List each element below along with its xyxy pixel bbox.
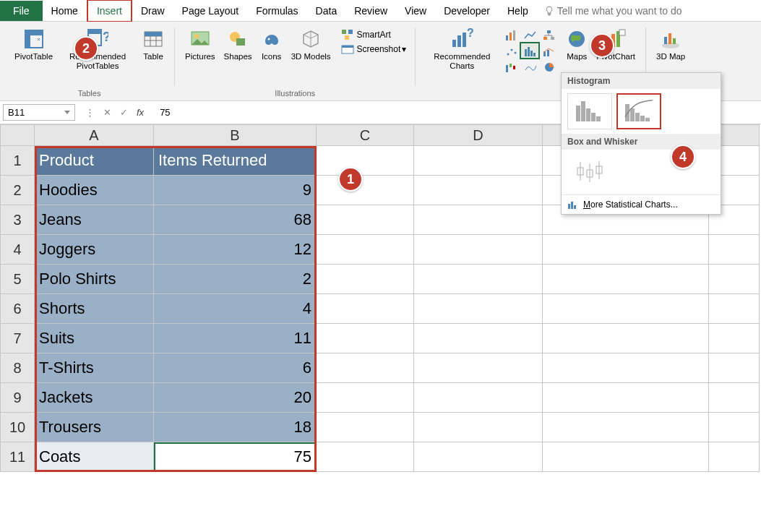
col-header-c[interactable]: C (317, 124, 414, 146)
waterfall-chart-button[interactable] (502, 59, 521, 75)
box-whisker-option[interactable] (567, 154, 612, 190)
line-chart-button[interactable] (521, 27, 540, 43)
cell-a5[interactable]: Polo Shirts (35, 265, 154, 294)
cell-a10[interactable]: Trousers (35, 413, 154, 442)
cell-c6[interactable] (317, 294, 414, 324)
cell-b2[interactable]: 9 (154, 176, 317, 205)
cell-f11[interactable] (709, 442, 760, 472)
column-chart-button[interactable] (502, 27, 521, 43)
cell-a11[interactable]: Coats (35, 442, 154, 472)
cell-b1[interactable]: Items Returned (154, 146, 317, 176)
cell-f7[interactable] (709, 324, 760, 353)
cell-c11[interactable] (317, 442, 414, 472)
cell-f8[interactable] (709, 353, 760, 383)
hierarchy-chart-button[interactable] (540, 27, 559, 43)
tab-page-layout[interactable]: Page Layout (173, 1, 248, 21)
tab-draw[interactable]: Draw (132, 1, 173, 21)
cell-d7[interactable] (414, 324, 543, 353)
cell-b6[interactable]: 4 (154, 294, 317, 324)
tab-review[interactable]: Review (345, 1, 396, 21)
cell-e5[interactable] (543, 265, 709, 294)
pictures-button[interactable]: Pictures (181, 25, 220, 63)
row-header-7[interactable]: 7 (0, 324, 35, 353)
row-header-11[interactable]: 11 (0, 442, 35, 472)
scatter-chart-button[interactable] (502, 43, 521, 59)
cell-d1[interactable] (414, 146, 543, 176)
cell-e8[interactable] (543, 353, 709, 383)
cell-d5[interactable] (414, 265, 543, 294)
screenshot-button[interactable]: Screenshot ▾ (338, 42, 410, 56)
cell-b4[interactable]: 12 (154, 235, 317, 265)
tab-insert[interactable]: Insert (87, 0, 132, 22)
cell-c1[interactable] (317, 146, 414, 176)
maps-button[interactable]: Maps (562, 25, 592, 63)
cell-d8[interactable] (414, 353, 543, 383)
cell-e9[interactable] (543, 383, 709, 413)
smartart-button[interactable]: SmartArt (338, 27, 410, 42)
name-box[interactable]: B11 (3, 104, 75, 121)
cell-e4[interactable] (543, 235, 709, 265)
surface-chart-button[interactable] (521, 59, 540, 75)
cell-c3[interactable] (317, 205, 414, 235)
cell-f10[interactable] (709, 413, 760, 442)
3d-models-button[interactable]: 3D Models (287, 25, 335, 63)
tab-developer[interactable]: Developer (435, 1, 499, 21)
cell-a1[interactable]: Product (35, 146, 154, 176)
cell-c9[interactable] (317, 383, 414, 413)
formula-vdots-icon[interactable]: ⋮ (85, 107, 95, 118)
cell-a6[interactable]: Shorts (35, 294, 154, 324)
cell-b10[interactable]: 18 (154, 413, 317, 442)
icons-button[interactable]: Icons (257, 25, 287, 63)
fx-icon[interactable]: fx (137, 107, 144, 118)
tab-formulas[interactable]: Formulas (247, 1, 306, 21)
tab-file[interactable]: File (0, 1, 43, 21)
cell-e11[interactable] (543, 442, 709, 472)
row-header-4[interactable]: 4 (0, 235, 35, 265)
cell-a2[interactable]: Hoodies (35, 176, 154, 205)
cell-f4[interactable] (709, 235, 760, 265)
row-header-9[interactable]: 9 (0, 383, 35, 413)
row-header-10[interactable]: 10 (0, 413, 35, 442)
cell-b3[interactable]: 68 (154, 205, 317, 235)
col-header-a[interactable]: A (35, 124, 154, 146)
tell-me[interactable]: Tell me what you want to do (544, 5, 682, 17)
cell-d2[interactable] (414, 176, 543, 205)
combo-chart-button[interactable] (540, 43, 559, 59)
cell-e6[interactable] (543, 294, 709, 324)
cell-d4[interactable] (414, 235, 543, 265)
row-header-2[interactable]: 2 (0, 176, 35, 205)
cell-c8[interactable] (317, 353, 414, 383)
histogram-option[interactable] (567, 93, 612, 129)
more-statistical-charts[interactable]: MMore Statistical Charts...ore Statistic… (562, 194, 721, 214)
row-header-6[interactable]: 6 (0, 294, 35, 324)
row-header-3[interactable]: 3 (0, 205, 35, 235)
recommended-charts-button[interactable]: ? Recommended Charts (421, 25, 502, 72)
cell-c7[interactable] (317, 324, 414, 353)
row-header-8[interactable]: 8 (0, 353, 35, 383)
cell-b8[interactable]: 6 (154, 353, 317, 383)
tab-data[interactable]: Data (307, 1, 346, 21)
cell-a4[interactable]: Joggers (35, 235, 154, 265)
cell-d3[interactable] (414, 205, 543, 235)
tab-help[interactable]: Help (499, 1, 537, 21)
statistic-chart-button[interactable] (521, 43, 540, 59)
cell-f9[interactable] (709, 383, 760, 413)
formula-accept-icon[interactable]: ✓ (120, 107, 128, 118)
cell-b7[interactable]: 11 (154, 324, 317, 353)
cell-e10[interactable] (543, 413, 709, 442)
cell-f6[interactable] (709, 294, 760, 324)
cell-d11[interactable] (414, 442, 543, 472)
cell-d10[interactable] (414, 413, 543, 442)
cell-d9[interactable] (414, 383, 543, 413)
cell-b9[interactable]: 20 (154, 383, 317, 413)
cell-a9[interactable]: Jackets (35, 383, 154, 413)
row-header-5[interactable]: 5 (0, 265, 35, 294)
cell-a8[interactable]: T-Shirts (35, 353, 154, 383)
cell-f5[interactable] (709, 265, 760, 294)
cell-a3[interactable]: Jeans (35, 205, 154, 235)
cell-c4[interactable] (317, 235, 414, 265)
tab-view[interactable]: View (396, 1, 435, 21)
pareto-option[interactable] (616, 93, 661, 129)
table-button[interactable]: Table (138, 25, 168, 63)
cell-b5[interactable]: 2 (154, 265, 317, 294)
